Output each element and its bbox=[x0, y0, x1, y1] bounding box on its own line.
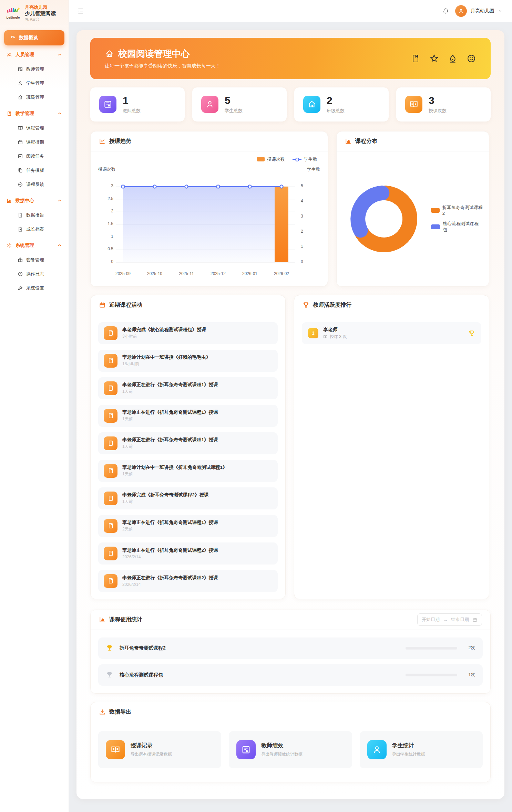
chevron-down-icon bbox=[498, 9, 502, 13]
legend-label: 授课次数 bbox=[267, 156, 285, 162]
legend-item[interactable]: 核心流程测试课程包 bbox=[431, 221, 483, 233]
legend-item[interactable]: 折耳兔奇奇测试课程2 bbox=[431, 204, 483, 216]
export-teacher-performance[interactable]: 教师绩效 导出教师绩效统计数据 bbox=[229, 731, 352, 768]
donut-legend: 折耳兔奇奇测试课程2 核心流程测试课程包 bbox=[431, 204, 483, 233]
activity-text: 李老师正在进行《折耳兔奇奇测试课程1》授课 bbox=[122, 382, 218, 388]
x-tick: 2025-11 bbox=[171, 271, 202, 276]
card-title: 数据导出 bbox=[109, 708, 131, 716]
export-desc: 导出学生统计数据 bbox=[392, 751, 425, 757]
gold-trophy-icon bbox=[468, 330, 475, 337]
dashboard-icon bbox=[10, 35, 16, 41]
brand-role: 管理后台 bbox=[25, 17, 56, 22]
usage-count: 1次 bbox=[463, 672, 475, 678]
activity-item: 李老师计划在中一班讲授《好饿的毛毛虫》18小时前 bbox=[98, 350, 278, 372]
stat-card-classes: 2 班级总数 bbox=[294, 87, 389, 122]
x-tick: 2025-09 bbox=[107, 271, 139, 276]
sidebar-item-overview[interactable]: 数据概览 bbox=[4, 30, 64, 45]
sidebar-item-data-reports[interactable]: 数据报告 bbox=[4, 208, 64, 222]
usage-progress-track bbox=[406, 674, 457, 676]
sidebar-item-courses[interactable]: 课程管理 bbox=[4, 121, 64, 135]
sidebar-item-reading-tasks[interactable]: 阅读任务 bbox=[4, 149, 64, 163]
menu-fold-icon[interactable] bbox=[77, 8, 84, 14]
sidebar-section-label: 数据中心 bbox=[16, 198, 34, 204]
line-chart-icon bbox=[99, 138, 106, 145]
teacher-name: 李老师 bbox=[323, 327, 347, 333]
sidebar-item-feedback[interactable]: 课程反馈 bbox=[4, 177, 64, 191]
activity-text: 李老师正在进行《折耳兔奇奇测试课程2》授课 bbox=[122, 575, 218, 581]
chevron-up-icon bbox=[57, 111, 62, 117]
card-title: 近期课程活动 bbox=[109, 302, 142, 309]
sidebar-item-students[interactable]: 学生管理 bbox=[4, 76, 64, 90]
brand-product: 少儿智慧阅读 bbox=[25, 10, 56, 17]
calendar-icon bbox=[99, 302, 106, 308]
notification-bell-icon[interactable] bbox=[442, 8, 449, 14]
sidebar-item-schedule[interactable]: 课程排期 bbox=[4, 135, 64, 149]
sidebar-item-classes[interactable]: 班级管理 bbox=[4, 90, 64, 104]
sidebar-item-growth-archive[interactable]: 成长档案 bbox=[4, 222, 64, 236]
ranking-row: 1 李老师 授课 3 次 bbox=[302, 322, 481, 344]
book-icon bbox=[104, 464, 117, 478]
activity-item: 李老师完成《核心流程测试课程包》授课3小时前 bbox=[98, 322, 278, 344]
x-tick: 2025-10 bbox=[139, 271, 170, 276]
activity-item: 李老师计划在中一班讲授《折耳兔奇奇测试课程1》1天前 bbox=[98, 460, 278, 482]
sidebar-section-system[interactable]: 系统管理 bbox=[4, 238, 64, 253]
trend-chart: 授课次数 学生数 授课次数 学生数 3 2.5 2 1.5 1 bbox=[91, 151, 328, 286]
activity-time: 2天前 bbox=[122, 526, 218, 532]
wrench-icon bbox=[17, 285, 23, 291]
sidebar-section-teaching[interactable]: 教学管理 bbox=[4, 106, 64, 121]
sidebar-item-label: 操作日志 bbox=[26, 271, 44, 277]
hero-banner: 校园阅读管理中心 让每一个孩子都能享受阅读的快乐，智慧成长每一天！ bbox=[90, 38, 491, 79]
y-tick-right: 1 bbox=[301, 244, 303, 249]
dashboard-container: 校园阅读管理中心 让每一个孩子都能享受阅读的快乐，智慧成长每一天！ bbox=[76, 30, 504, 799]
y-tick-right: 4 bbox=[301, 199, 303, 203]
start-date-input[interactable]: 开始日期 bbox=[422, 616, 440, 623]
x-tick: 2026-02 bbox=[266, 271, 297, 276]
activity-time: 3小时前 bbox=[122, 334, 206, 339]
sidebar-item-label: 学生管理 bbox=[26, 80, 44, 86]
user-menu[interactable]: 月亮幼儿园 bbox=[455, 5, 502, 17]
activity-time: 1天前 bbox=[122, 416, 218, 422]
activity-text: 李老师正在进行《折耳兔奇奇测试课程1》授课 bbox=[122, 437, 218, 443]
y-tick: 0.5 bbox=[98, 246, 113, 251]
legend-swatch-bar bbox=[257, 157, 265, 161]
y-tick-right: 2 bbox=[301, 229, 303, 234]
ranking-list: 1 李老师 授课 3 次 bbox=[294, 315, 489, 351]
activity-time: 1天前 bbox=[122, 444, 218, 450]
sidebar-item-packages[interactable]: 套餐管理 bbox=[4, 253, 64, 267]
sidebar-item-task-templates[interactable]: 任务模板 bbox=[4, 163, 64, 177]
activity-item: 李老师正在进行《折耳兔奇奇测试课程2》授课2026/2/14 bbox=[98, 542, 278, 565]
trend-plot-svg bbox=[116, 176, 295, 269]
export-desc: 导出教师绩效统计数据 bbox=[261, 751, 303, 757]
stat-value: 1 bbox=[123, 95, 141, 106]
card-title: 课程分布 bbox=[355, 138, 377, 145]
legend-item-students[interactable]: 学生数 bbox=[293, 156, 317, 162]
sidebar-item-label: 数据概览 bbox=[19, 35, 38, 41]
bookmark-icon bbox=[6, 111, 12, 117]
activity-time: 2026/2/14 bbox=[122, 582, 218, 587]
sidebar-item-operation-logs[interactable]: 操作日志 bbox=[4, 267, 64, 281]
export-title: 授课记录 bbox=[131, 742, 172, 749]
donut-slice-corepack[interactable] bbox=[358, 193, 382, 230]
date-range-picker[interactable]: 开始日期 → 结束日期 bbox=[417, 613, 482, 626]
clock-icon bbox=[17, 271, 23, 277]
calendar-icon bbox=[17, 139, 23, 145]
export-student-stats[interactable]: 学生统计 导出学生统计数据 bbox=[360, 731, 483, 768]
end-date-input[interactable]: 结束日期 bbox=[451, 616, 469, 623]
smiley-icon bbox=[467, 54, 476, 63]
sidebar-section-personnel[interactable]: 人员管理 bbox=[4, 48, 64, 62]
y-tick: 1.5 bbox=[98, 221, 113, 226]
sidebar-item-label: 系统设置 bbox=[26, 285, 44, 291]
export-teaching-records[interactable]: 授课记录 导出所有授课记录数据 bbox=[98, 731, 221, 768]
charts-row: 授课趋势 授课次数 学生数 授课次数 学生数 3 2.5 bbox=[90, 131, 491, 287]
activity-time: 1天前 bbox=[122, 389, 218, 394]
activity-time: 2026/2/14 bbox=[122, 555, 218, 559]
sidebar-item-system-settings[interactable]: 系统设置 bbox=[4, 281, 64, 295]
sidebar-section-data-center[interactable]: 数据中心 bbox=[4, 193, 64, 208]
export-options: 授课记录 导出所有授课记录数据 教师绩效 导出教师绩效统计数据 bbox=[91, 722, 490, 782]
avatar bbox=[455, 5, 467, 17]
page-content: 校园阅读管理中心 让每一个孩子都能享受阅读的快乐，智慧成长每一天！ bbox=[69, 22, 512, 812]
legend-swatch-line bbox=[293, 157, 301, 161]
legend-item-sessions[interactable]: 授课次数 bbox=[257, 156, 285, 162]
sidebar-item-teachers[interactable]: 教师管理 bbox=[4, 62, 64, 76]
stat-label: 学生总数 bbox=[225, 108, 243, 114]
